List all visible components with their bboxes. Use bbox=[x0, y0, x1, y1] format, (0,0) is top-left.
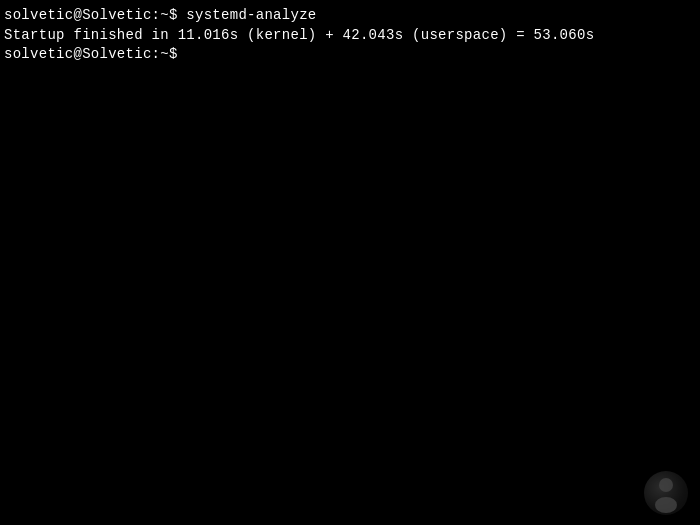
command-line: solvetic@Solvetic:~$ systemd-analyze bbox=[4, 6, 696, 26]
terminal-window: solvetic@Solvetic:~$ systemd-analyze Sta… bbox=[0, 0, 700, 525]
output-line: Startup finished in 11.016s (kernel) + 4… bbox=[4, 26, 696, 46]
svg-point-0 bbox=[659, 478, 673, 492]
svg-point-1 bbox=[655, 497, 677, 513]
solvetic-watermark bbox=[644, 471, 688, 515]
solvetic-logo-icon bbox=[644, 471, 688, 515]
prompt-line[interactable]: solvetic@Solvetic:~$ bbox=[4, 45, 696, 65]
